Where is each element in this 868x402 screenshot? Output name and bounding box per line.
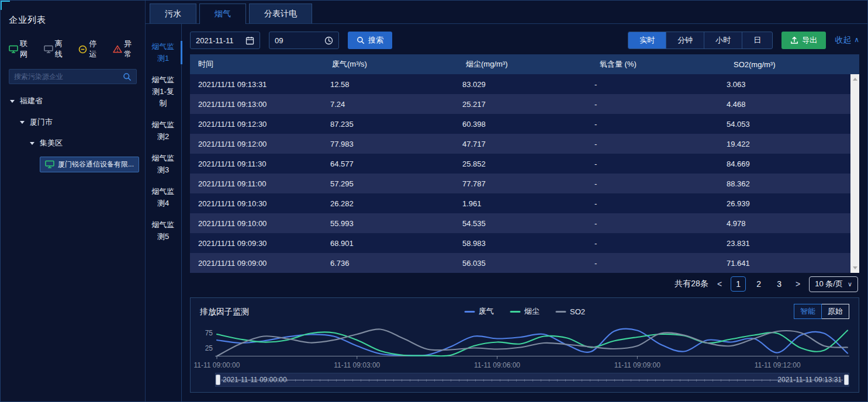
export-button[interactable]: 导出 [781, 32, 826, 49]
column-header: 废气(m³/s) [324, 59, 458, 70]
tab-分表计电[interactable]: 分表计电 [249, 4, 312, 23]
table-cell: 2021/11/11 09:09:00 [190, 259, 322, 268]
table-cell: 19.422 [718, 140, 850, 148]
table-cell: - [586, 160, 718, 168]
prev-page-button[interactable]: < [716, 279, 723, 289]
enterprise-search-box[interactable] [9, 69, 137, 84]
table-row[interactable]: 2021/11/11 09:10:3026.2821.961-26.939 [190, 193, 850, 213]
search-icon[interactable] [120, 72, 136, 81]
date-picker[interactable] [190, 32, 260, 49]
table-cell: 6.736 [322, 259, 454, 268]
table-cell: - [586, 219, 718, 228]
subtab-item[interactable]: 烟气监测5 [146, 219, 182, 242]
table-cell: - [586, 140, 718, 148]
granularity-实时[interactable]: 实时 [628, 32, 666, 48]
mode-智能[interactable]: 智能 [794, 304, 822, 319]
legend-烟尘[interactable]: 烟尘 [510, 306, 540, 317]
page-button-2[interactable]: 2 [751, 276, 766, 292]
slider-ticks [222, 379, 843, 382]
table-row[interactable]: 2021/11/11 09:12:0077.98347.717-19.422 [190, 134, 850, 154]
scroll-down-icon[interactable] [853, 266, 857, 269]
subtab-item[interactable]: 烟气监测1 [146, 41, 182, 64]
table-cell: 77.787 [454, 179, 586, 188]
table-cell: - [586, 259, 718, 268]
tree-node-label: 厦门市 [30, 117, 53, 127]
table-cell: 2021/11/11 09:12:00 [190, 140, 322, 148]
status-legend-label: 异常 [124, 39, 138, 60]
clock-icon [324, 36, 333, 45]
table-scrollbar[interactable] [850, 74, 859, 273]
legend-废气[interactable]: 废气 [464, 306, 494, 317]
toolbar: 搜索 实时分钟小时日 导出 收起∧ [190, 24, 859, 54]
tree-node[interactable]: 福建省 [1, 93, 145, 109]
mode-原始[interactable]: 原始 [821, 304, 849, 319]
page-button-1[interactable]: 1 [731, 276, 746, 292]
x-tick-label: 11-11 09:09:00 [614, 361, 660, 369]
column-header: SO2(mg/m³) [725, 60, 859, 69]
table-row[interactable]: 2021/11/11 09:13:007.2425.217-4.468 [190, 94, 850, 114]
table-cell: 3.063 [718, 80, 850, 89]
date-input[interactable] [196, 36, 245, 45]
table-row[interactable]: 2021/11/11 09:12:3087.23560.398-54.053 [190, 114, 850, 134]
suspended-icon [78, 45, 87, 54]
tab-烟气[interactable]: 烟气 [199, 4, 246, 24]
tree-node[interactable]: 集美区 [1, 136, 145, 151]
subtab-item[interactable]: 烟气监测1-复制 [146, 74, 182, 109]
table-cell: 25.852 [454, 160, 586, 168]
subtab-item[interactable]: 烟气监测4 [146, 186, 182, 209]
table-row[interactable]: 2021/11/11 09:11:0057.29577.787-88.362 [190, 174, 850, 193]
table-row[interactable]: 2021/11/11 09:09:006.73656.035-71.641 [190, 253, 850, 273]
hour-input[interactable] [275, 36, 324, 45]
tab-污水[interactable]: 污水 [150, 4, 196, 23]
abnormal-icon [113, 45, 122, 53]
search-input[interactable] [9, 72, 120, 81]
table-cell: 47.717 [454, 140, 586, 148]
legend-dash [510, 311, 520, 313]
table-cell: 26.282 [322, 199, 454, 208]
page-size-select[interactable]: 10 条/页 ∨ [809, 276, 858, 292]
slider-handle-start[interactable] [216, 375, 220, 385]
granularity-分钟[interactable]: 分钟 [666, 32, 704, 48]
table-cell: 71.641 [718, 259, 850, 268]
slider-start-label: 2021-11-11 09:00:00 [223, 376, 287, 384]
table-cell: 7.24 [322, 100, 454, 109]
status-legend-item: 联网 [9, 39, 34, 60]
subtab-item[interactable]: 烟气监测2 [146, 119, 182, 143]
time-range-slider[interactable]: 2021-11-11 09:00:00 2021-11-11 09:13:31 [215, 373, 849, 387]
tree-caret-icon[interactable] [10, 100, 15, 103]
table-cell: 25.217 [454, 100, 586, 109]
tree-node[interactable]: 厦门市 [1, 115, 145, 130]
table-body: 2021/11/11 09:13:3112.5883.029-3.0632021… [190, 74, 859, 273]
tree-node[interactable]: 厦门锐谷通信设备有限... [1, 157, 145, 172]
scroll-up-icon[interactable] [853, 78, 857, 81]
collapse-link[interactable]: 收起∧ [835, 35, 859, 46]
slider-handle-end[interactable] [844, 375, 849, 385]
content-area: 搜索 实时分钟小时日 导出 收起∧ 时间废气(m³/s)烟尘(mg/m³)氧含量… [182, 24, 867, 402]
tree-caret-icon[interactable] [30, 142, 34, 145]
table-row[interactable]: 2021/11/11 09:11:3064.57725.852-84.669 [190, 154, 850, 174]
table-row[interactable]: 2021/11/11 09:10:0055.99354.535-4.978 [190, 213, 850, 233]
x-axis-labels: 11-11 09:00:0011-11 09:03:0011-11 09:06:… [215, 360, 849, 370]
granularity-日[interactable]: 日 [742, 32, 772, 48]
enterprise-sidebar: 企业列表 联网离线停运异常 福建省厦门市集美区厦门锐谷通信设备有限... [1, 1, 146, 402]
table-cell: 60.398 [454, 120, 586, 129]
tree-caret-icon[interactable] [20, 121, 25, 124]
subtab-item[interactable]: 烟气监测3 [146, 153, 182, 176]
hour-picker[interactable] [269, 32, 339, 49]
legend-SO2[interactable]: SO2 [555, 306, 585, 317]
emission-chart-panel: 排放因子监测 废气烟尘SO2 智能原始 75 25 11-11 09:00:00… [190, 297, 859, 393]
search-button[interactable]: 搜索 [348, 32, 392, 49]
tree-node-selected[interactable]: 厦门锐谷通信设备有限... [40, 157, 139, 172]
legend-label: SO2 [570, 307, 585, 316]
table-cell: 2021/11/11 09:13:00 [190, 100, 322, 109]
next-page-button[interactable]: > [794, 279, 801, 289]
table-cell: 64.577 [322, 160, 454, 168]
chevron-down-icon: ∨ [848, 280, 852, 288]
granularity-小时[interactable]: 小时 [704, 32, 742, 48]
page-button-3[interactable]: 3 [772, 276, 787, 292]
table-row[interactable]: 2021/11/11 09:09:3068.90158.983-23.831 [190, 233, 850, 253]
table-cell: 4.468 [718, 100, 850, 109]
chart-legend: 废气烟尘SO2 [464, 306, 585, 317]
x-tick-label: 11-11 09:06:00 [474, 361, 520, 369]
table-row[interactable]: 2021/11/11 09:13:3112.5883.029-3.063 [190, 74, 850, 94]
